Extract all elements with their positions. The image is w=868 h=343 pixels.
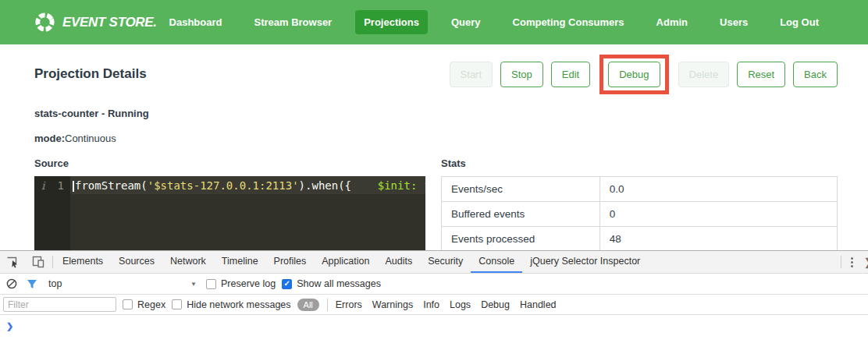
logo-text: EVENT STORE.: [62, 15, 157, 30]
clear-console-icon[interactable]: [5, 278, 19, 289]
console-toolbar: top ▼ Preserve log ✓ Show all messages: [0, 274, 868, 295]
nav-item-stream-browser[interactable]: Stream Browser: [245, 10, 340, 34]
tab-security[interactable]: Security: [420, 251, 471, 273]
stat-value: 0: [599, 202, 837, 227]
console-filter-bar: Regex Hide network messages All Errors W…: [0, 295, 868, 315]
table-row: Events/sec 0.0: [442, 177, 838, 202]
inspect-element-icon[interactable]: [0, 251, 26, 273]
tab-network[interactable]: Network: [162, 251, 214, 273]
filter-level-info[interactable]: Info: [423, 299, 439, 310]
tab-jquery-selector-inspector[interactable]: jQuery Selector Inspector: [522, 251, 648, 273]
filter-level-warnings[interactable]: Warnings: [372, 299, 413, 310]
stop-button[interactable]: Stop: [500, 62, 543, 87]
console-prompt-chevron: ❯: [6, 321, 13, 331]
nav-item-projections[interactable]: Projections: [355, 10, 428, 34]
stat-label: Events/sec: [442, 177, 600, 202]
line-number: 1: [58, 178, 64, 194]
tab-elements[interactable]: Elements: [55, 251, 111, 273]
table-row: Buffered events 0: [442, 202, 838, 227]
filter-icon[interactable]: [25, 279, 39, 289]
filter-level-debug[interactable]: Debug: [481, 299, 510, 310]
nav-item-competing-consumers[interactable]: Competing Consumers: [504, 10, 633, 34]
code-area[interactable]: fromStream('$stats-127.0.0.1:2113').when…: [70, 176, 425, 262]
stat-value: 48: [599, 227, 837, 252]
stat-label: Events processed: [442, 227, 600, 252]
console-input-area[interactable]: ❯: [0, 315, 868, 343]
nav-item-users[interactable]: Users: [711, 10, 756, 34]
tab-profiles[interactable]: Profiles: [266, 251, 315, 273]
projection-status: stats-counter - Running: [34, 108, 838, 119]
tab-console[interactable]: Console: [471, 251, 522, 273]
code-function-keyword: fu: [424, 179, 425, 192]
code-plain-2: ).when({: [299, 179, 378, 192]
projection-mode: mode:Continuous: [34, 133, 838, 144]
table-row: Events processed 48: [442, 227, 838, 252]
show-all-messages-checkbox[interactable]: ✓: [282, 279, 292, 289]
debug-highlight-box: Debug: [599, 55, 668, 94]
source-heading: Source: [34, 157, 425, 169]
code-line-1: fromStream('$stats-127.0.0.1:2113').when…: [70, 176, 425, 194]
nav-item-admin[interactable]: Admin: [648, 10, 696, 34]
divider: [327, 299, 328, 311]
nav-item-dashboard[interactable]: Dashboard: [161, 10, 231, 34]
regex-checkbox[interactable]: [123, 299, 133, 309]
preserve-log-label: Preserve log: [221, 278, 276, 289]
mode-label: mode:: [34, 133, 65, 144]
filter-level-logs[interactable]: Logs: [450, 299, 471, 310]
stat-value: 0.0: [599, 177, 837, 202]
execution-context-selector[interactable]: top ▼: [45, 277, 200, 291]
delete-button[interactable]: Delete: [678, 62, 730, 87]
reset-button[interactable]: Reset: [737, 62, 785, 87]
nav-item-query[interactable]: Query: [443, 10, 489, 34]
mode-value: Continuous: [65, 133, 116, 144]
code-plain-1: fromStream(: [75, 179, 148, 192]
devtools-panel: Elements Sources Network Timeline Profil…: [0, 250, 868, 343]
stat-label: Buffered events: [442, 202, 600, 227]
filter-all-badge[interactable]: All: [297, 299, 319, 311]
start-button[interactable]: Start: [450, 62, 493, 87]
action-buttons: Start Stop Edit Debug Delete Reset Back: [450, 62, 838, 87]
devtools-tab-bar: Elements Sources Network Timeline Profil…: [0, 251, 868, 274]
stats-heading: Stats: [441, 157, 838, 169]
tab-timeline[interactable]: Timeline: [214, 251, 266, 273]
nav-item-log-out[interactable]: Log Out: [771, 10, 827, 34]
debug-button[interactable]: Debug: [608, 62, 660, 87]
editor-gutter: i 1: [34, 176, 70, 262]
app-header: EVENT STORE. Dashboard Stream Browser Pr…: [0, 0, 868, 44]
filter-input[interactable]: [3, 297, 116, 312]
event-store-logo[interactable]: EVENT STORE.: [34, 12, 157, 33]
tab-sources[interactable]: Sources: [111, 251, 162, 273]
devtools-menu-icon[interactable]: [843, 257, 861, 267]
devtools-chevron-icon[interactable]: ❯: [861, 256, 868, 268]
event-store-ring-icon: [34, 12, 55, 33]
source-code-editor[interactable]: i 1 fromStream('$stats-127.0.0.1:2113').…: [34, 176, 425, 262]
divider: [841, 256, 841, 268]
hide-network-messages-label: Hide network messages: [187, 299, 290, 310]
code-init-token: $init:: [378, 179, 424, 192]
device-toolbar-icon[interactable]: [26, 251, 51, 273]
editor-caret: [73, 181, 74, 192]
filter-level-errors[interactable]: Errors: [336, 299, 362, 310]
tab-audits[interactable]: Audits: [377, 251, 420, 273]
back-button[interactable]: Back: [793, 62, 838, 87]
code-string: '$stats-127.0.0.1:2113': [148, 179, 299, 192]
log-level-filters: Errors Warnings Info Logs Debug Handled: [336, 299, 557, 310]
context-value: top: [48, 278, 62, 289]
hide-network-messages-checkbox[interactable]: [172, 299, 182, 309]
regex-label: Regex: [137, 299, 165, 310]
chevron-down-icon: ▼: [190, 281, 197, 288]
show-all-messages-label: Show all messages: [297, 278, 381, 289]
filter-level-handled[interactable]: Handled: [520, 299, 557, 310]
preserve-log-checkbox[interactable]: [206, 279, 216, 289]
tab-application[interactable]: Application: [314, 251, 377, 273]
divider: [52, 256, 53, 268]
main-nav: Dashboard Stream Browser Projections Que…: [161, 10, 827, 34]
main-content: Projection Details Start Stop Edit Debug…: [0, 58, 868, 277]
edit-button[interactable]: Edit: [551, 62, 590, 87]
page-title: Projection Details: [34, 66, 147, 82]
gutter-annotation-marker: i: [41, 178, 44, 194]
